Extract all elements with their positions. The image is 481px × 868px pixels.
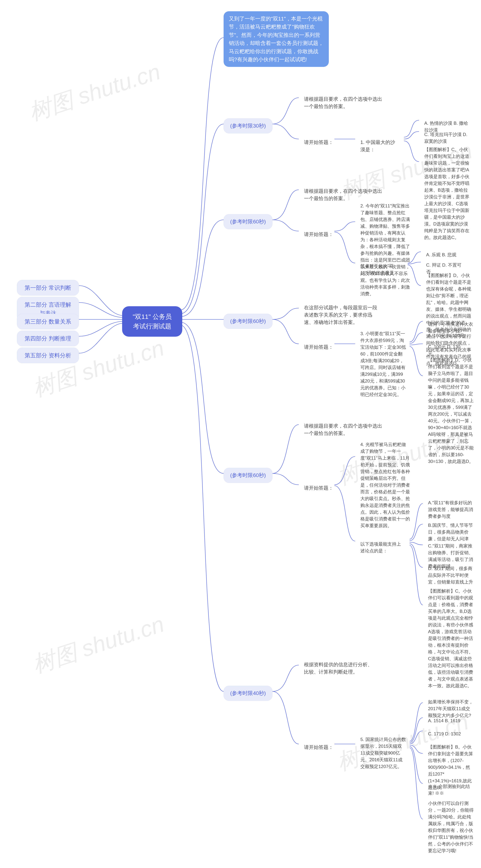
q3-begin: 请开始答题： [299,340,338,354]
section-3[interactable]: 第三部分 数量关系 [17,314,79,329]
intro-node[interactable]: 又到了一年一度的"双11"，本是一个光棍节，活活被马云粑粑整成了"购物狂欢节"。… [223,11,329,67]
q1-timer[interactable]: (参考时限30秒) [223,118,272,133]
q4-instruction: 请根据题目要求，在四个选项中选出一个最恰当的答案。 [299,419,389,440]
q5-instruction: 根据资料提供的信息进行分析、比较、计算和判断处理。 [299,658,382,679]
section-1[interactable]: 第一部分 常识判断 [17,280,79,296]
watermark: 树图 shutu.cn [25,57,164,128]
q1-stem: 1. 中国最大的沙漠是： [355,135,404,157]
q5-options-cd[interactable]: C. 1719 D. 1302 [423,727,470,741]
q4-begin: 请开始答题： [299,481,338,495]
section-5[interactable]: 第五部分 资料分析 [17,348,79,363]
q1-begin: 请开始答题： [299,135,338,149]
section-4[interactable]: 第四部分 判断推理 [17,331,79,346]
q4-support-stem: 以下选项最能支持上述论点的是： [355,537,410,558]
q3-instruction: 在这部分试题中，每段题室后一段表述数字关系的文字，要求你迅速、准确地计算出答案。 [299,301,387,329]
q4-timer[interactable]: (参考时限60秒) [223,468,272,483]
watermark: 树图 shutu.cn [29,609,168,681]
q5-stem: 5. 国家统计局公布的数据显示，2015天猫双11成交额突破900亿元。2016… [355,733,412,773]
q3-timer[interactable]: (参考时限60秒) [223,314,272,329]
q3-stem: 3. 小明要在"双11"买一件大衣原价599元，淘宝活动如下：定金30抵60，前… [355,327,412,401]
q2-begin: 请开始答题： [299,227,338,241]
q5-begin: 请开始答题： [299,740,338,754]
q3-analysis: 【图图解析】D。小伙伴们看到这个题是不是脑子立马炸啦了。题目中问的是最多能省钱嘛… [423,353,479,468]
q5-timer[interactable]: (参考时限40秒) [223,686,272,701]
q5-footer2: 小伙伴们可以自行测分，一题20分，你能得满分吗?哈哈。此处纯属娱乐，纯属巧合，版… [423,797,479,858]
q2-timer[interactable]: (参考时限60秒) [223,214,272,229]
q2-attitude-stem: 笔者对于此次"双11"活动的态度是： [355,259,410,280]
q1-instruction: 请根据题目要求，在四个选项中选出一个最恰当的答案。 [299,92,389,114]
q5-options-ab[interactable]: A. 1514 B. 1619 [423,714,470,727]
q4-stem: 4. 光棍节被马云粑粑做成了购物节，一年一度"双11"马上来临，11月初开始，提… [355,438,415,532]
q1-analysis: 【图图解析】C。小伙伴们看到淘宝上的这道趣味常识题，一定很愉快的就选出答案了吧!… [419,143,477,244]
q2-stem: 2. 今年的"双11"淘宝推出了趣味答题、整点抢红包、店铺优惠券、跨店满减、购物… [355,199,415,301]
q4-analysis: 【图图解析】C。小伙伴们可以看到题中的观点是：价格低，消费者买单的几率大。B,D… [423,584,479,692]
root-node[interactable]: "双11" 公务员考试行测试题 [122,306,182,337]
